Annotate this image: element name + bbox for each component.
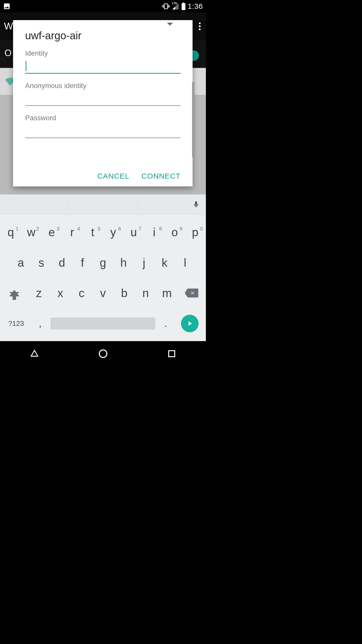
- key-hint: 6: [118, 226, 121, 232]
- nav-home-button[interactable]: [98, 348, 109, 359]
- key-m[interactable]: m: [156, 286, 178, 300]
- key-x[interactable]: x: [50, 286, 71, 300]
- key-hint: 8: [159, 226, 162, 232]
- password-input[interactable]: [25, 122, 180, 138]
- key-s[interactable]: s: [31, 256, 52, 269]
- on-screen-keyboard: q1w2e3r4t5y6u7i8o9p0 asdfghjkl zxcvbnm ?…: [0, 194, 206, 341]
- shift-key[interactable]: [1, 290, 28, 296]
- key-d[interactable]: d: [52, 256, 72, 269]
- dialog-actions: CANCEL CONNECT: [25, 165, 180, 180]
- suggestion-divider: [68, 198, 69, 211]
- key-f[interactable]: f: [72, 256, 93, 269]
- cancel-button[interactable]: CANCEL: [97, 172, 129, 180]
- key-hint: 1: [16, 226, 18, 232]
- key-l[interactable]: l: [175, 256, 195, 269]
- backspace-icon: [185, 289, 198, 298]
- svg-rect-1: [169, 351, 175, 357]
- keyboard-row: asdfghjkl: [1, 247, 205, 278]
- enter-icon: [181, 315, 199, 332]
- space-key[interactable]: [51, 317, 155, 330]
- dialog-scrollbar[interactable]: [192, 82, 195, 157]
- key-e[interactable]: e3: [41, 225, 62, 239]
- backspace-key[interactable]: [178, 289, 205, 298]
- comma-key[interactable]: ,: [30, 318, 51, 329]
- key-w[interactable]: w2: [21, 225, 42, 239]
- key-v[interactable]: v: [92, 286, 114, 300]
- key-u[interactable]: u7: [123, 225, 144, 239]
- key-b[interactable]: b: [114, 286, 135, 300]
- key-c[interactable]: c: [71, 286, 92, 300]
- system-nav-bar: [0, 341, 206, 366]
- key-hint: 4: [77, 226, 80, 232]
- anonymous-identity-input[interactable]: [25, 90, 180, 106]
- key-p[interactable]: p0: [185, 225, 206, 239]
- key-a[interactable]: a: [11, 256, 31, 269]
- key-t[interactable]: t5: [82, 225, 103, 239]
- key-n[interactable]: n: [135, 286, 156, 300]
- keyboard-row: q1w2e3r4t5y6u7i8o9p0: [1, 217, 205, 247]
- shift-underline-icon: [10, 292, 19, 293]
- nav-back-button[interactable]: [29, 348, 40, 359]
- period-key[interactable]: .: [155, 318, 176, 329]
- key-hint: 0: [200, 226, 203, 232]
- dialog-title: uwf-argo-air: [25, 30, 180, 42]
- key-hint: 5: [98, 226, 100, 232]
- identity-input[interactable]: [25, 57, 180, 74]
- key-k[interactable]: k: [154, 256, 175, 269]
- key-q[interactable]: q1: [1, 225, 21, 239]
- key-y[interactable]: y6: [103, 225, 124, 239]
- svg-point-0: [99, 350, 107, 357]
- key-hint: 2: [36, 226, 39, 232]
- anonymous-identity-label: Anonymous identity: [25, 82, 180, 90]
- suggestion-divider: [137, 198, 138, 211]
- password-label: Password: [25, 114, 180, 122]
- enter-key[interactable]: [176, 315, 203, 332]
- screen: LTE 1:36 W O uwf-argo-air Identity: [0, 0, 206, 366]
- dropdown-caret-icon[interactable]: [167, 23, 173, 26]
- key-hint: 3: [57, 226, 59, 232]
- key-h[interactable]: h: [113, 256, 134, 269]
- keyboard-suggestion-bar: [0, 194, 206, 215]
- connect-button[interactable]: CONNECT: [142, 172, 180, 180]
- key-r[interactable]: r4: [62, 225, 83, 239]
- symbols-key[interactable]: ?123: [3, 319, 30, 328]
- key-i[interactable]: i8: [144, 225, 165, 239]
- identity-label: Identity: [25, 49, 180, 57]
- keyboard-row: ?123 , .: [1, 308, 205, 339]
- key-j[interactable]: j: [134, 256, 154, 269]
- mic-icon[interactable]: [192, 199, 200, 210]
- text-cursor: [26, 61, 26, 71]
- key-g[interactable]: g: [93, 256, 113, 269]
- key-hint: 7: [139, 226, 141, 232]
- key-z[interactable]: z: [28, 286, 50, 300]
- nav-recents-button[interactable]: [166, 348, 177, 359]
- key-hint: 9: [179, 226, 182, 232]
- key-o[interactable]: o9: [164, 225, 185, 239]
- wifi-connect-dialog: uwf-argo-air Identity Anonymous identity…: [13, 20, 193, 186]
- keyboard-row: zxcvbnm: [1, 278, 205, 308]
